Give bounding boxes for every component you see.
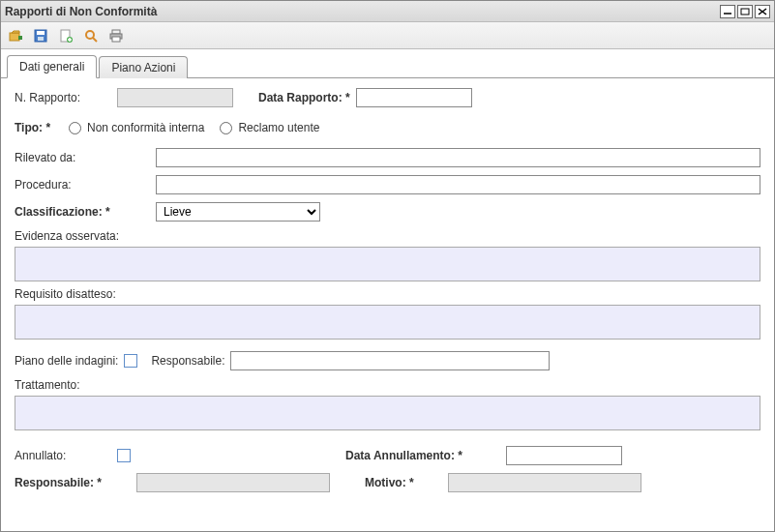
tab-content: N. Rapporto: Data Rapporto: * Tipo: * No… — [1, 78, 774, 531]
requisito-textarea[interactable] — [15, 305, 760, 340]
save-icon[interactable] — [30, 25, 51, 46]
responsabile-top-field[interactable] — [230, 351, 550, 370]
svg-rect-16 — [112, 30, 120, 34]
print-icon[interactable] — [105, 25, 127, 46]
window-title: Rapporti di Non Conformità — [5, 5, 718, 18]
trattamento-label: Trattamento: — [15, 378, 760, 392]
tab-dati-generali[interactable]: Dati generali — [7, 55, 97, 78]
piano-indagini-label: Piano delle indagini: — [15, 354, 118, 368]
n-rapporto-field[interactable] — [117, 88, 233, 107]
requisito-label: Requisito disatteso: — [15, 287, 760, 301]
maximize-button[interactable] — [737, 5, 753, 18]
classificazione-label: Classificazione: * — [15, 205, 150, 219]
annullato-label: Annullato: — [15, 449, 111, 462]
svg-marker-5 — [12, 31, 19, 33]
titlebar: Rapporti di Non Conformità — [1, 1, 774, 22]
close-button[interactable] — [755, 5, 770, 18]
svg-point-14 — [86, 31, 94, 39]
data-rapporto-field[interactable] — [356, 88, 472, 107]
minimize-button[interactable] — [720, 5, 735, 18]
tipo-radio-reclamo[interactable] — [220, 122, 232, 134]
rilevato-da-label: Rilevato da: — [15, 151, 150, 164]
procedura-field[interactable] — [156, 175, 760, 194]
data-rapporto-label: Data Rapporto: * — [258, 91, 350, 104]
tipo-option-interna: Non conformità interna — [87, 121, 204, 134]
evidenza-textarea[interactable] — [15, 247, 760, 281]
svg-rect-6 — [18, 36, 22, 40]
data-annullamento-field[interactable] — [506, 446, 622, 465]
svg-rect-9 — [38, 37, 44, 41]
procedura-label: Procedura: — [15, 178, 150, 192]
data-annullamento-label: Data Annullamento: * — [345, 449, 500, 462]
tipo-option-reclamo: Reclamo utente — [238, 121, 319, 134]
toolbar — [1, 22, 774, 49]
n-rapporto-label: N. Rapporto: — [15, 91, 111, 104]
tipo-label: Tipo: * — [15, 121, 63, 134]
classificazione-select[interactable]: Lieve — [156, 202, 320, 222]
search-icon[interactable] — [80, 25, 102, 46]
svg-rect-1 — [741, 9, 749, 15]
annullato-checkbox[interactable] — [117, 449, 131, 462]
trattamento-textarea[interactable] — [15, 396, 760, 430]
tab-piano-azioni[interactable]: Piano Azioni — [99, 56, 188, 78]
svg-line-15 — [93, 38, 97, 42]
svg-rect-4 — [10, 33, 19, 41]
svg-rect-8 — [37, 31, 45, 35]
tipo-radio-interna[interactable] — [69, 122, 81, 134]
open-icon[interactable] — [5, 25, 26, 46]
motivo-label: Motivo: * — [365, 476, 442, 489]
evidenza-label: Evidenza osservata: — [15, 229, 760, 243]
svg-rect-18 — [112, 37, 120, 42]
rilevato-da-field[interactable] — [156, 148, 760, 167]
new-icon[interactable] — [55, 25, 76, 46]
responsabile-top-label: Responsabile: — [151, 354, 224, 368]
tabstrip: Dati generali Piano Azioni — [1, 49, 774, 78]
responsabile-bot-label: Responsabile: * — [15, 476, 131, 489]
motivo-field[interactable] — [448, 473, 641, 492]
window-frame: Rapporti di Non Conformità Dati generali… — [0, 0, 775, 532]
piano-indagini-checkbox[interactable] — [124, 354, 137, 368]
responsabile-bot-field[interactable] — [136, 473, 330, 492]
